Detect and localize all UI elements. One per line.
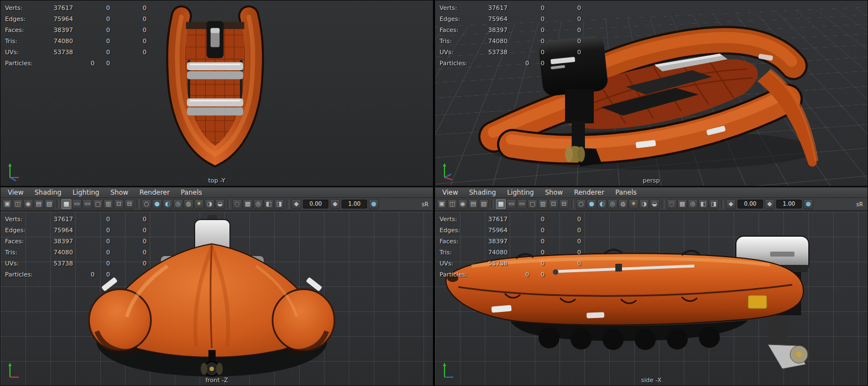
- menu-lighting[interactable]: Lighting: [67, 188, 104, 197]
- lock-camera-icon[interactable]: ◫: [447, 199, 457, 209]
- menu-lighting[interactable]: Lighting: [502, 188, 539, 197]
- stat-value: 0: [72, 36, 110, 47]
- isolate-select-icon[interactable]: ◧: [264, 199, 274, 209]
- viewport-top[interactable]: Verts:3761700Edges:7596400Faces:3839700T…: [0, 0, 433, 186]
- viewport-side-canvas[interactable]: Verts:3761700Edges:7596400Faces:3839700T…: [435, 212, 867, 385]
- shaded-icon[interactable]: ●: [587, 199, 597, 209]
- image-plane-icon[interactable]: ▧: [479, 199, 489, 209]
- exposure-icon[interactable]: ◆: [291, 199, 301, 209]
- viewport-side[interactable]: ViewShadingLightingShowRendererPanels ▣◫…: [435, 186, 868, 386]
- depth-of-field-icon[interactable]: ◎: [253, 199, 263, 209]
- stat-label: Tris:: [440, 247, 488, 258]
- exposure-field[interactable]: 0.00: [303, 200, 328, 208]
- hud-stat-row: Tris:7408000: [5, 36, 147, 47]
- viewport-persp[interactable]: Verts:3761700Edges:7596400Faces:3839700T…: [435, 0, 868, 186]
- textured-icon[interactable]: ◐: [597, 199, 607, 209]
- grid-icon[interactable]: ▦: [61, 199, 71, 209]
- stat-label: Tris:: [5, 36, 54, 47]
- gate-mask-icon[interactable]: ▢: [93, 199, 103, 209]
- view-transform-icon[interactable]: ●: [369, 199, 379, 209]
- menu-shading[interactable]: Shading: [29, 188, 66, 197]
- safe-action-icon[interactable]: ⊡: [114, 199, 124, 209]
- gate-mask-icon[interactable]: ▢: [527, 199, 537, 209]
- menu-view[interactable]: View: [437, 188, 463, 197]
- field-chart-icon[interactable]: ▥: [103, 199, 113, 209]
- camera-attributes-icon[interactable]: ◉: [458, 199, 468, 209]
- shaded-icon[interactable]: ●: [152, 199, 162, 209]
- camera-attributes-icon[interactable]: ◉: [23, 199, 33, 209]
- use-default-material-icon[interactable]: ◎: [173, 199, 183, 209]
- field-chart-icon[interactable]: ▥: [538, 199, 548, 209]
- resolution-gate-icon[interactable]: ▭: [82, 199, 92, 209]
- wireframe-on-shaded-icon[interactable]: ◍: [184, 199, 194, 209]
- depth-of-field-icon[interactable]: ◎: [688, 199, 698, 209]
- shadows-icon[interactable]: ◑: [639, 199, 649, 209]
- stat-label: Edges:: [440, 225, 488, 236]
- hud-stat-row: Particles:00: [440, 58, 581, 69]
- gamma-field[interactable]: 1.00: [776, 200, 802, 208]
- textured-icon[interactable]: ◐: [163, 199, 172, 209]
- hud-stat-row: Tris:7408000: [440, 36, 581, 47]
- isolate-select-icon[interactable]: ◧: [698, 199, 708, 209]
- select-camera-icon[interactable]: ▣: [437, 199, 447, 209]
- use-default-material-icon[interactable]: ◎: [608, 199, 618, 209]
- resolution-gate-icon[interactable]: ▭: [517, 199, 527, 209]
- xray-icon[interactable]: ◨: [709, 199, 719, 209]
- hud-stats: Verts:3761700Edges:7596400Faces:3839700T…: [5, 214, 147, 280]
- motion-blur-icon[interactable]: ◌: [667, 199, 677, 209]
- menu-view[interactable]: View: [3, 188, 28, 197]
- menu-renderer[interactable]: Renderer: [134, 188, 175, 197]
- menu-show[interactable]: Show: [540, 188, 568, 197]
- toolbar-separator: [286, 200, 289, 208]
- stat-value: 0: [72, 47, 110, 58]
- stat-value: 0: [507, 47, 545, 58]
- stat-label: UVs:: [440, 47, 488, 58]
- gamma-icon[interactable]: ◆: [330, 199, 340, 209]
- menu-panels[interactable]: Panels: [176, 188, 207, 197]
- film-gate-icon[interactable]: ▭: [72, 199, 82, 209]
- shadows-icon[interactable]: ◑: [205, 199, 215, 209]
- lock-camera-icon[interactable]: ◫: [13, 199, 23, 209]
- safe-title-icon[interactable]: ⊟: [124, 199, 134, 209]
- boat-motor-top: [207, 21, 224, 58]
- screen-space-ao-icon[interactable]: ◒: [215, 199, 225, 209]
- viewport-top-canvas[interactable]: Verts:3761700Edges:7596400Faces:3839700T…: [1, 1, 433, 186]
- grid-icon[interactable]: ▦: [496, 199, 506, 209]
- bookmark-icon[interactable]: ▤: [34, 199, 44, 209]
- gamma-field[interactable]: 1.00: [342, 200, 367, 208]
- hud-stat-row: Verts:3761700: [440, 214, 581, 225]
- bookmark-icon[interactable]: ▤: [468, 199, 478, 209]
- screen-space-ao-icon[interactable]: ◒: [650, 199, 660, 209]
- select-camera-icon[interactable]: ▣: [2, 199, 12, 209]
- anti-aliasing-icon[interactable]: ▩: [243, 199, 253, 209]
- safe-title-icon[interactable]: ⊟: [559, 199, 569, 209]
- anti-aliasing-icon[interactable]: ▩: [677, 199, 687, 209]
- wireframe-on-shaded-icon[interactable]: ◍: [618, 199, 628, 209]
- boat-top-view: [160, 4, 270, 170]
- menu-show[interactable]: Show: [106, 188, 133, 197]
- safe-action-icon[interactable]: ⊡: [548, 199, 558, 209]
- stat-value: 0: [545, 214, 581, 225]
- image-plane-icon[interactable]: ▧: [44, 199, 54, 209]
- exposure-field[interactable]: 0.00: [738, 200, 763, 208]
- menu-shading[interactable]: Shading: [464, 188, 501, 197]
- stat-value: 0: [110, 14, 147, 25]
- view-transform-icon[interactable]: ●: [803, 199, 813, 209]
- motion-blur-icon[interactable]: ◌: [232, 199, 242, 209]
- stat-value: 0: [545, 225, 581, 236]
- viewport-persp-canvas[interactable]: Verts:3761700Edges:7596400Faces:3839700T…: [435, 1, 867, 186]
- exposure-icon[interactable]: ◆: [726, 199, 736, 209]
- lighting-icon[interactable]: ☀: [194, 199, 204, 209]
- lighting-icon[interactable]: ☀: [629, 199, 639, 209]
- viewport-front[interactable]: ViewShadingLightingShowRendererPanels ▣◫…: [0, 186, 433, 386]
- gamma-icon[interactable]: ◆: [765, 199, 775, 209]
- wireframe-icon[interactable]: ○: [142, 199, 151, 209]
- menu-renderer[interactable]: Renderer: [569, 188, 609, 197]
- xray-icon[interactable]: ◨: [274, 199, 284, 209]
- wireframe-icon[interactable]: ○: [576, 199, 586, 209]
- viewport-front-canvas[interactable]: Verts:3761700Edges:7596400Faces:3839700T…: [1, 212, 433, 385]
- panel-menubar: ViewShadingLightingShowRendererPanels: [1, 187, 433, 198]
- hud-stat-row: Tris:7408000: [5, 247, 147, 258]
- menu-panels[interactable]: Panels: [610, 188, 642, 197]
- film-gate-icon[interactable]: ▭: [506, 199, 516, 209]
